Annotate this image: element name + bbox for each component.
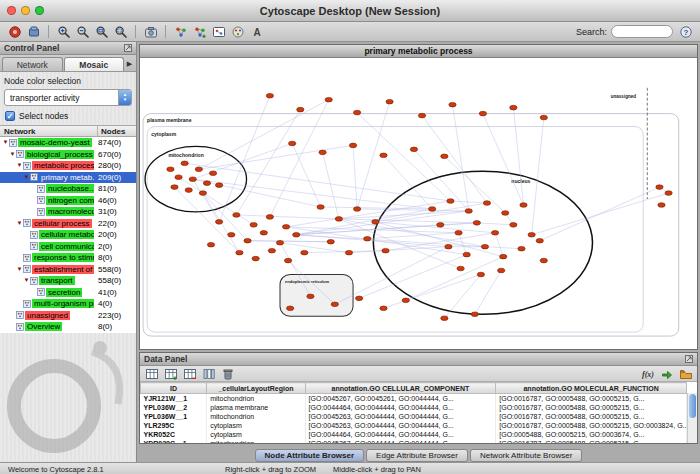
graph-node[interactable] — [215, 220, 222, 225]
snapshot-icon[interactable] — [142, 24, 159, 40]
function-builder-icon[interactable]: f(x) — [639, 366, 656, 382]
graph-node[interactable] — [479, 111, 486, 116]
graph-edge[interactable] — [185, 163, 451, 201]
tree-row-nitrogen-compo[interactable]: nitrogen compo...46(0) — [0, 195, 136, 207]
column-layout-icon[interactable] — [200, 366, 217, 382]
table-row[interactable]: YPL036W__2plasma membrane[GO:0044464, GO… — [141, 403, 687, 412]
graph-node[interactable] — [483, 201, 490, 206]
graph-node[interactable] — [185, 188, 192, 193]
graph-node[interactable] — [335, 217, 342, 222]
graph-node[interactable] — [349, 143, 356, 148]
vizmapper-icon[interactable] — [229, 24, 246, 40]
graph-edge[interactable] — [321, 207, 433, 209]
graph-edge[interactable] — [532, 193, 669, 235]
cell-value[interactable]: [GO:0016787, GO:0005488, GO:0005215, G..… — [496, 394, 687, 403]
graph-edge[interactable] — [459, 233, 467, 255]
graph-edge[interactable] — [483, 114, 524, 205]
open-session-icon[interactable] — [25, 24, 42, 40]
tree-row-overview[interactable]: Overview8(0) — [0, 321, 136, 333]
graph-edge[interactable] — [248, 241, 331, 242]
cell-value[interactable]: [GO:0045263, GO:0044444, GO:0044444, G..… — [305, 412, 496, 421]
graph-node[interactable] — [268, 248, 275, 253]
graph-edge[interactable] — [296, 235, 485, 247]
graph-node[interactable] — [510, 105, 517, 110]
table-row[interactable]: YJR121W__1mitochondrion[GO:0045267, GO:0… — [141, 394, 687, 403]
graph-node[interactable] — [457, 266, 464, 271]
graph-node[interactable] — [510, 223, 517, 228]
tree-row-unassigned[interactable]: unassigned223(0) — [0, 310, 136, 322]
tree-row-establishment-of-l[interactable]: ▼establishment of l...558(0) — [0, 264, 136, 276]
column-header-cellularlayoutregion[interactable]: _cellularLayoutRegion — [207, 383, 305, 394]
graph-node[interactable] — [209, 171, 216, 176]
zoom-in-icon[interactable] — [55, 24, 72, 40]
graph-node[interactable] — [386, 99, 393, 104]
graph-node[interactable] — [252, 256, 259, 261]
graph-edge[interactable] — [357, 113, 450, 201]
graph-node[interactable] — [203, 181, 210, 186]
graph-node[interactable] — [260, 231, 267, 236]
graph-edge[interactable] — [406, 257, 503, 301]
graph-edge[interactable] — [383, 275, 480, 309]
zoom-out-icon[interactable] — [74, 24, 91, 40]
zoom-fit-icon[interactable] — [93, 24, 110, 40]
graph-edge[interactable] — [359, 255, 467, 299]
cell-id[interactable]: YKR052C — [141, 430, 207, 439]
graph-edge[interactable] — [193, 143, 292, 179]
graph-node[interactable] — [528, 233, 535, 238]
cell-value[interactable]: [GO:0045267, GO:0045261, GO:0044444, G..… — [305, 394, 496, 403]
cell-value[interactable]: mitochondrion — [207, 439, 305, 444]
graph-node[interactable] — [500, 254, 507, 259]
table-row[interactable]: YPL036W__1mitochondrion[GO:0045263, GO:0… — [141, 412, 687, 421]
graph-node[interactable] — [293, 233, 300, 238]
graph-node[interactable] — [656, 185, 663, 190]
tab-node-attribute-browser[interactable]: Node Attribute Browser — [255, 449, 365, 462]
cell-value[interactable]: [GO:0016787, GO:0005488, GO:0005215, GO:… — [496, 421, 687, 430]
graph-node[interactable] — [372, 220, 379, 225]
graph-node[interactable] — [195, 167, 202, 172]
graph-node[interactable] — [207, 242, 214, 247]
help-icon[interactable]: ? — [677, 24, 694, 40]
graph-node[interactable] — [445, 244, 452, 249]
create-attribute-icon[interactable] — [162, 366, 179, 382]
graph-node[interactable] — [441, 316, 448, 321]
cell-value[interactable]: [GO:0005488, GO:0005215, GO:0003674, G..… — [496, 430, 687, 439]
cell-id[interactable]: YPL036W__2 — [141, 403, 207, 412]
create-network-icon[interactable] — [191, 24, 208, 40]
column-header-annotation-go-molecular-function[interactable]: annotation.GO MOLECULAR_FUNCTION — [496, 383, 687, 394]
window-titlebar[interactable]: Cytoscape Desktop (New Session) — [0, 0, 700, 22]
select-nodes-checkbox[interactable]: ✓ — [5, 111, 15, 121]
graph-node[interactable] — [481, 244, 488, 249]
graph-edge[interactable] — [440, 223, 477, 225]
network-canvas[interactable]: plasma membranecytoplasmmitochondrionnuc… — [140, 58, 697, 349]
graph-edge[interactable] — [270, 100, 329, 217]
graph-node[interactable] — [353, 110, 360, 115]
expand-toggle-icon[interactable]: ▼ — [9, 151, 16, 158]
expand-toggle-icon[interactable]: ▼ — [23, 174, 30, 181]
scrollbar-thumb[interactable] — [689, 394, 696, 418]
minimize-window-button[interactable] — [21, 6, 30, 15]
node-color-dropdown[interactable]: transporter activity ▲▼ — [4, 89, 132, 106]
tab-network[interactable]: Network — [2, 57, 63, 71]
graph-node[interactable] — [477, 272, 484, 277]
column-header-annotation-go-cellular-component[interactable]: annotation.GO CELLULAR_COMPONENT — [305, 383, 496, 394]
graph-node[interactable] — [380, 153, 387, 158]
graph-node[interactable] — [540, 115, 547, 120]
graph-node[interactable] — [266, 93, 273, 98]
graph-node[interactable] — [665, 191, 672, 196]
graph-node[interactable] — [473, 221, 480, 226]
search-input[interactable] — [611, 25, 673, 38]
graph-node[interactable] — [502, 211, 509, 216]
graph-node[interactable] — [307, 294, 314, 299]
expand-toggle-icon[interactable]: ▼ — [23, 277, 30, 284]
graph-node[interactable] — [447, 199, 454, 204]
graph-node[interactable] — [498, 268, 505, 273]
tab-network-attribute-browser[interactable]: Network Attribute Browser — [470, 449, 582, 462]
graph-node[interactable] — [167, 167, 174, 172]
graph-node[interactable] — [465, 209, 472, 214]
graph-node[interactable] — [364, 236, 371, 241]
graph-node[interactable] — [199, 191, 206, 196]
tab-mosaic[interactable]: Mosaic — [64, 57, 125, 71]
graph-node[interactable] — [317, 205, 324, 210]
graph-node[interactable] — [518, 246, 525, 251]
graph-node[interactable] — [175, 175, 182, 180]
